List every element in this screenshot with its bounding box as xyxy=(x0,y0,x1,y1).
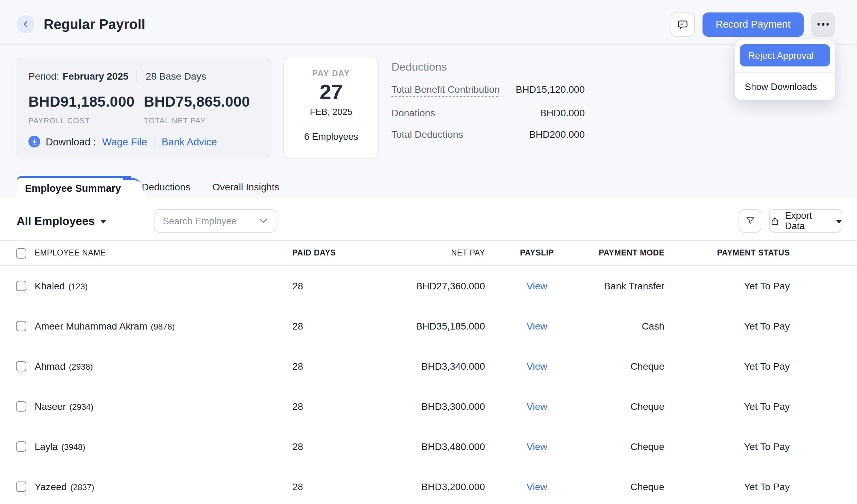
col-payment-mode: PAYMENT MODE xyxy=(599,241,664,265)
more-options-menu: Reject Approval Show Downloads xyxy=(735,39,835,100)
view-payslip-link[interactable]: View xyxy=(527,321,547,332)
search-placeholder: Search Employee xyxy=(163,216,237,226)
view-payslip-link[interactable]: View xyxy=(527,361,547,372)
menu-item-reject-approval[interactable]: Reject Approval xyxy=(740,44,830,66)
deductions-panel: Deductions Total Benefit Contribution BH… xyxy=(391,61,585,140)
employee-name[interactable]: Khaled(123) xyxy=(35,266,88,307)
employee-id: (2934) xyxy=(69,402,93,412)
employee-scope-dropdown[interactable]: All Employees xyxy=(17,215,106,228)
view-payslip-link[interactable]: View xyxy=(527,280,547,291)
payroll-summary-card: Period: February 2025 28 Base Days BHD91… xyxy=(16,57,272,159)
col-payment-status: PAYMENT STATUS xyxy=(717,241,790,265)
employee-count: 6 Employees xyxy=(304,132,358,142)
table-row: Yazeed(2837) 28 BHD3,200.000 View Cheque… xyxy=(0,467,857,504)
employee-id: (3948) xyxy=(61,442,85,452)
employee-summary-panel: All Employees Search Employee Export Dat… xyxy=(0,198,857,504)
payment-status: Yet To Pay xyxy=(744,426,790,467)
chevron-down-icon xyxy=(259,218,267,224)
tab-overall-insights[interactable]: Overall Insights xyxy=(201,176,290,198)
more-options-button[interactable] xyxy=(811,12,835,36)
net-pay: BHD3,480.000 xyxy=(421,426,485,467)
header-actions: Record Payment xyxy=(671,12,835,36)
net-pay: BHD3,300.000 xyxy=(421,386,485,426)
col-net-pay: NET PAY xyxy=(451,241,485,265)
net-pay: BHD3,340.000 xyxy=(421,346,485,386)
payment-status: Yet To Pay xyxy=(744,266,790,306)
payment-mode: Cheque xyxy=(630,346,664,386)
total-benefit-contribution-label[interactable]: Total Benefit Contribution xyxy=(391,84,500,97)
export-data-button[interactable]: Export Data xyxy=(769,209,842,233)
paid-days: 28 xyxy=(292,386,303,426)
employee-id: (123) xyxy=(68,282,88,291)
donations-label: Donations xyxy=(391,107,435,118)
employee-name[interactable]: Naseer(2934) xyxy=(35,386,94,427)
employee-name[interactable]: Layla(3948) xyxy=(35,426,85,467)
row-checkbox[interactable] xyxy=(16,321,26,331)
deductions-title: Deductions xyxy=(391,61,585,73)
row-checkbox[interactable] xyxy=(16,361,26,371)
bank-advice-link[interactable]: Bank Advice xyxy=(162,136,217,147)
table-row: Layla(3948) 28 BHD3,480.000 View Cheque … xyxy=(0,426,857,467)
payment-mode: Bank Transfer xyxy=(604,266,664,306)
tab-bar: Employee Summary Deductions Overall Insi… xyxy=(17,176,290,198)
table-row: Ahmad(2938) 28 BHD3,340.000 View Cheque … xyxy=(0,346,857,386)
period-row: Period: February 2025 28 Base Days xyxy=(28,70,259,82)
net-pay: BHD27,360.000 xyxy=(416,266,485,306)
employee-name[interactable]: Ameer Muhammad Akram(9878) xyxy=(35,306,175,347)
payroll-cost-block: BHD91,185.000 PAYROLL COST xyxy=(28,93,144,125)
total-deductions-label: Total Deductions xyxy=(391,129,463,140)
tab-employee-summary[interactable]: Employee Summary xyxy=(17,176,131,198)
col-employee-name: EMPLOYEE NAME xyxy=(35,241,106,265)
table-header: EMPLOYEE NAME PAID DAYS NET PAY PAYSLIP … xyxy=(0,241,857,266)
download-icon xyxy=(28,136,40,147)
deduction-row: Total Benefit Contribution BHD15,120.000 xyxy=(391,84,585,97)
paid-days: 28 xyxy=(292,266,303,306)
total-net-pay-amount: BHD75,865.000 xyxy=(144,93,259,110)
comments-button[interactable] xyxy=(671,12,695,36)
payment-mode: Cheque xyxy=(630,467,664,504)
table-row: Naseer(2934) 28 BHD3,300.000 View Cheque… xyxy=(0,386,857,426)
filter-funnel-icon xyxy=(744,215,756,226)
filter-button[interactable] xyxy=(739,209,761,233)
divider xyxy=(137,70,138,82)
payment-status: Yet To Pay xyxy=(744,306,790,346)
wage-file-link[interactable]: Wage File xyxy=(102,136,147,147)
row-checkbox[interactable] xyxy=(16,482,26,492)
menu-item-show-downloads[interactable]: Show Downloads xyxy=(735,73,835,100)
donations-value: BHD0.000 xyxy=(540,107,585,118)
record-payment-button[interactable]: Record Payment xyxy=(703,12,804,36)
back-button[interactable] xyxy=(17,15,35,33)
table-row: Ameer Muhammad Akram(9878) 28 BHD35,185.… xyxy=(0,306,857,346)
pay-day-date: FEB, 2025 xyxy=(310,107,353,117)
back-chevron-icon xyxy=(21,20,30,28)
view-payslip-link[interactable]: View xyxy=(527,481,547,492)
period-value: February 2025 xyxy=(63,70,129,81)
total-net-pay-label: TOTAL NET PAY xyxy=(144,116,259,125)
view-payslip-link[interactable]: View xyxy=(527,401,547,412)
payment-mode: Cheque xyxy=(630,426,664,467)
employee-name[interactable]: Yazeed(2837) xyxy=(35,467,94,504)
payment-mode: Cheque xyxy=(630,386,664,426)
col-payslip: PAYSLIP xyxy=(516,241,558,265)
employee-name[interactable]: Ahmad(2938) xyxy=(35,346,93,387)
employee-id: (2938) xyxy=(69,362,93,372)
comment-icon xyxy=(677,18,689,30)
view-payslip-link[interactable]: View xyxy=(527,441,547,452)
page-title: Regular Payroll xyxy=(44,16,145,32)
select-all-checkbox[interactable] xyxy=(16,248,26,258)
payment-status: Yet To Pay xyxy=(744,386,790,426)
ellipsis-icon xyxy=(818,23,829,26)
net-pay: BHD3,200.000 xyxy=(421,467,485,504)
payroll-page: Regular Payroll Record Payment Reject Ap… xyxy=(0,0,857,504)
employee-id: (2837) xyxy=(70,483,94,492)
deduction-row: Donations BHD0.000 xyxy=(391,107,585,118)
search-employee-input[interactable]: Search Employee xyxy=(154,209,276,233)
amounts-row: BHD91,185.000 PAYROLL COST BHD75,865.000… xyxy=(28,93,259,125)
row-checkbox[interactable] xyxy=(16,401,26,412)
download-label: Download : xyxy=(46,136,96,147)
row-checkbox[interactable] xyxy=(16,281,26,291)
download-links: Wage File Bank Advice xyxy=(102,136,217,147)
download-row: Download : Wage File Bank Advice xyxy=(28,136,259,147)
pay-day-number: 27 xyxy=(320,80,343,104)
row-checkbox[interactable] xyxy=(16,441,26,452)
